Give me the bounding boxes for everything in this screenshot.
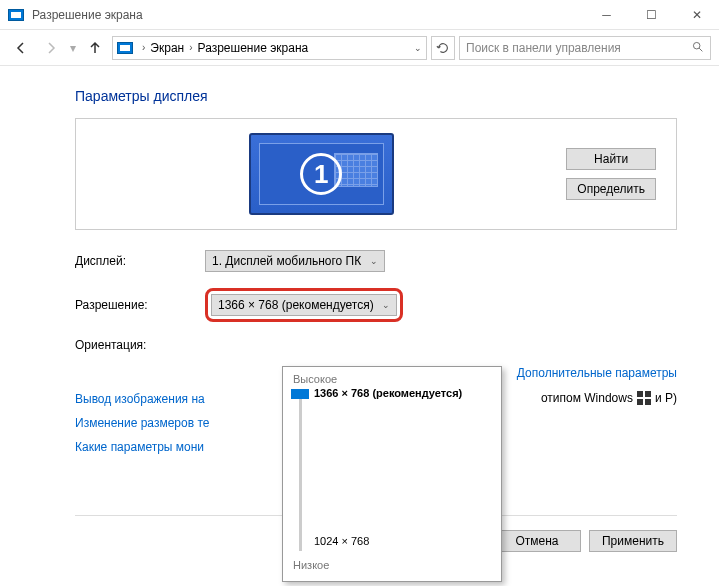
chevron-right-icon: › [189,42,192,53]
low-label: Низкое [293,559,491,571]
close-button[interactable]: ✕ [674,0,719,30]
chevron-down-icon: ⌄ [370,256,378,266]
slider-thumb[interactable] [291,389,309,399]
resolution-label: Разрешение: [75,298,205,312]
title-bar: Разрешение экрана ─ ☐ ✕ [0,0,719,30]
history-dropdown-icon[interactable]: ▾ [70,41,76,55]
window-title: Разрешение экрана [32,8,143,22]
projector-hint-right: отипом Windows и P) [541,391,677,405]
display-select[interactable]: 1. Дисплей мобильного ПК ⌄ [205,250,385,272]
search-input[interactable]: Поиск в панели управления [459,36,711,60]
advanced-link[interactable]: Дополнительные параметры [517,366,677,380]
resolution-slider[interactable] [299,391,302,551]
chevron-right-icon: › [142,42,145,53]
search-placeholder: Поиск в панели управления [466,41,621,55]
resolution-popup: Высокое 1366 × 768 (рекомендуется) 1024 … [282,366,502,582]
resolution-option-1024[interactable]: 1024 × 768 [314,535,462,547]
apply-button[interactable]: Применить [589,530,677,552]
high-label: Высокое [293,373,491,385]
up-button[interactable] [82,35,108,61]
monitor-number: 1 [300,153,342,195]
nav-bar: ▾ › Экран › Разрешение экрана ⌄ Поиск в … [0,30,719,66]
minimize-button[interactable]: ─ [584,0,629,30]
display-label: Дисплей: [75,254,205,268]
arrow-up-icon [87,40,103,56]
arrow-left-icon [13,40,29,56]
display-preview-panel: 1 Найти Определить [75,118,677,230]
arrow-right-icon [43,40,59,56]
chevron-down-icon[interactable]: ⌄ [414,43,422,53]
back-button[interactable] [8,35,34,61]
monitor-preview[interactable]: 1 [249,133,394,215]
highlight-box: 1366 × 768 (рекомендуется) ⌄ [205,288,403,322]
orientation-label: Ориентация: [75,338,205,352]
windows-logo-icon [637,391,651,405]
page-heading: Параметры дисплея [75,88,677,104]
breadcrumb-screen[interactable]: Экран [148,41,186,55]
settings-form: Дисплей: 1. Дисплей мобильного ПК ⌄ Разр… [75,250,677,352]
cancel-button[interactable]: Отмена [493,530,581,552]
address-bar[interactable]: › Экран › Разрешение экрана ⌄ [112,36,427,60]
content-area: Параметры дисплея 1 Найти Определить Дис… [0,66,719,454]
maximize-button[interactable]: ☐ [629,0,674,30]
forward-button[interactable] [38,35,64,61]
monitor-icon [117,42,133,54]
search-icon [691,40,704,56]
chevron-down-icon: ⌄ [382,300,390,310]
app-icon [8,9,24,21]
detect-button[interactable]: Определить [566,178,656,200]
breadcrumb-resolution[interactable]: Разрешение экрана [196,41,311,55]
find-button[interactable]: Найти [566,148,656,170]
resolution-select[interactable]: 1366 × 768 (рекомендуется) ⌄ [211,294,397,316]
footer-buttons: Отмена Применить [493,530,677,552]
svg-point-0 [693,42,700,49]
refresh-button[interactable] [431,36,455,60]
resolution-option-recommended[interactable]: 1366 × 768 (рекомендуется) [314,387,462,399]
refresh-icon [436,41,450,55]
